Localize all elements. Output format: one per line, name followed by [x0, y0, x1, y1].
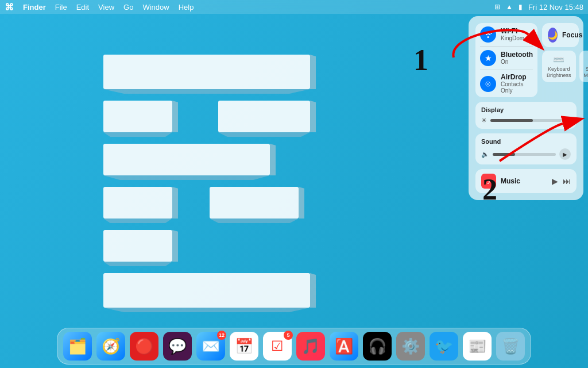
menu-edit[interactable]: Edit: [76, 3, 89, 12]
desktop-art: [103, 55, 345, 336]
block-mid-left2: [103, 187, 172, 218]
cc-airdrop-row[interactable]: ◎ AirDrop Contacts Only: [480, 74, 533, 94]
menubar-battery-icon[interactable]: ▮: [519, 3, 523, 11]
block-mid-left1: [103, 101, 172, 132]
cc-focus-tile[interactable]: 🌙 Focus: [542, 23, 579, 47]
bluetooth-icon: ★: [480, 50, 496, 66]
wifi-sublabel: KingDom: [501, 35, 524, 41]
menu-file[interactable]: File: [55, 3, 67, 12]
sound-slider-fill: [493, 153, 515, 156]
wifi-icon: [480, 26, 496, 43]
focus-label: Focus: [562, 31, 582, 39]
dock-reminders[interactable]: ☑ 5: [263, 332, 292, 361]
dock-mail[interactable]: ✉️ 12: [196, 332, 225, 361]
screen-mirroring-label: Screen Mirroring: [584, 66, 588, 79]
menu-help[interactable]: Help: [179, 3, 194, 12]
dock-twitter[interactable]: 🐦: [430, 332, 458, 361]
cc-wifi-row[interactable]: Wi-Fi KingDom: [480, 26, 533, 43]
skip-button[interactable]: ⏭: [563, 177, 571, 186]
play-button[interactable]: ▶: [552, 177, 558, 186]
display-slider-fill: [490, 119, 533, 122]
dock-calendar[interactable]: 📅: [230, 332, 258, 361]
block-mid-right1: [218, 101, 310, 132]
dock-slack[interactable]: 💬: [163, 332, 192, 361]
music-app-icon: ♪: [481, 174, 496, 189]
menu-view[interactable]: View: [98, 3, 114, 12]
menubar-clock: Fri 12 Nov 15:48: [528, 3, 583, 12]
moon-icon: 🌙: [548, 28, 558, 43]
wifi-label: Wi-Fi: [501, 28, 524, 35]
sound-menu-button[interactable]: ▶: [559, 148, 571, 160]
dock-appstore[interactable]: 🅰️: [330, 332, 358, 361]
block-mid-right2: [210, 187, 299, 218]
cc-bluetooth-row[interactable]: ★ Bluetooth On: [480, 50, 533, 66]
apple-menu[interactable]: ⌘: [5, 2, 14, 13]
bluetooth-label: Bluetooth: [501, 51, 533, 59]
dock-trash[interactable]: 🗑️: [496, 332, 525, 361]
dock-vivaldi[interactable]: 🔴: [130, 332, 158, 361]
sound-mute-icon: 🔈: [481, 151, 489, 158]
cc-screen-mirror-tile[interactable]: 📺 Screen Mirroring: [579, 51, 588, 82]
menubar-control-center-icon[interactable]: ⊞: [494, 3, 500, 11]
dock-finder[interactable]: 🗂️: [63, 332, 92, 361]
sound-label: Sound: [481, 138, 571, 145]
music-controls: ▶ ⏭: [552, 177, 571, 186]
block-bot-left: [103, 230, 172, 262]
block-top: [103, 55, 310, 89]
cc-keyboard-brightness-tile[interactable]: ⌨️ Keyboard Brightness: [542, 51, 576, 82]
sound-slider[interactable]: [493, 153, 556, 156]
music-label: Music: [501, 177, 547, 185]
display-slider[interactable]: [490, 119, 562, 122]
control-center-panel: Wi-Fi KingDom ★ Bluetooth On ◎: [469, 16, 583, 200]
bluetooth-sublabel: On: [501, 59, 533, 65]
cc-divider-2: [480, 70, 533, 70]
dock-music[interactable]: 🎵: [296, 332, 325, 361]
menubar: ⌘ Finder File Edit View Go Window Help ⊞…: [0, 0, 588, 14]
display-bright-icon: ☀: [565, 117, 571, 124]
airdrop-label: AirDrop: [501, 74, 533, 81]
display-label: Display: [481, 106, 571, 113]
menubar-wifi-icon[interactable]: ▲: [506, 3, 513, 11]
dock-system-prefs[interactable]: ⚙️: [396, 332, 425, 361]
cc-display-section: Display ☀ ☀: [475, 102, 577, 129]
airdrop-icon: ◎: [480, 76, 496, 92]
cc-music-tile[interactable]: ♪ Music ▶ ⏭: [475, 169, 577, 193]
keyboard-icon: ⌨️: [553, 54, 564, 65]
dock-news[interactable]: 📰: [463, 332, 492, 361]
airdrop-sublabel: Contacts Only: [501, 81, 533, 94]
block-bottom: [103, 273, 310, 308]
reminders-badge: 5: [284, 331, 293, 340]
dock-safari[interactable]: 🧭: [96, 332, 125, 361]
app-name[interactable]: Finder: [23, 3, 46, 12]
mail-badge: 12: [217, 331, 226, 340]
cc-sound-section: Sound 🔈 ▶: [475, 133, 577, 164]
block-mid: [103, 144, 270, 175]
dock: 🗂️ 🧭 🔴 💬 ✉️ 12 📅 ☑ 5 🎵 🅰️ 🎧 ⚙️ 🐦 📰 🗑️: [57, 328, 531, 365]
menu-go[interactable]: Go: [123, 3, 133, 12]
keyboard-brightness-label: Keyboard Brightness: [547, 66, 571, 79]
display-dim-icon: ☀: [481, 117, 487, 124]
cc-network-tile: Wi-Fi KingDom ★ Bluetooth On ◎: [475, 23, 537, 97]
menu-window[interactable]: Window: [142, 3, 169, 12]
cc-divider-1: [480, 46, 533, 47]
dock-spotify[interactable]: 🎧: [363, 332, 392, 361]
